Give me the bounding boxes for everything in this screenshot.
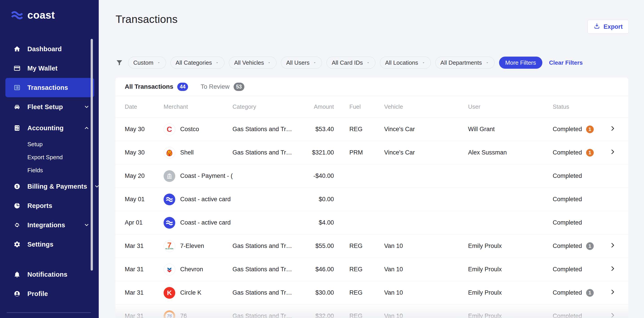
status-text: Completed [553, 126, 582, 133]
sidebar-footer-nav: NotificationsProfile [0, 265, 99, 303]
tab-count-badge: 44 [177, 83, 188, 91]
cell-actions [606, 125, 628, 133]
sidebar-item-my-wallet[interactable]: My Wallet [0, 59, 99, 78]
status-text: Completed [553, 312, 582, 318]
table-body: May 30CCostcoGas Stations and Tr…$53.40R… [116, 118, 628, 318]
cell-user: Alex Sussman [468, 149, 553, 156]
filter-pill-all-vehicles[interactable]: All Vehicles [229, 57, 276, 69]
cell-merchant: Coast - active card [164, 194, 232, 205]
filter-pill-all-locations[interactable]: All Locations [380, 57, 430, 69]
filter-pill-custom[interactable]: Custom [128, 57, 166, 69]
transactions-card: All Transactions44To Review53 DateMercha… [116, 78, 628, 318]
cell-vehicle: Van 10 [384, 289, 468, 296]
cell-amount: $4.00 [298, 219, 334, 226]
filter-pill-all-users[interactable]: All Users [281, 57, 322, 69]
filter-pill-label: All Locations [385, 59, 418, 66]
cell-merchant: Coast - active card [164, 217, 232, 229]
table-row[interactable]: Mar 317ELEVEN7-ElevenGas Stations and Tr… [116, 234, 628, 258]
cell-status: Completed [553, 312, 606, 318]
caret-down-icon [422, 61, 426, 65]
cell-fuel: REG [334, 266, 384, 273]
sidebar-subitem-setup[interactable]: Setup [0, 138, 99, 151]
sidebar-item-integrations[interactable]: Integrations [0, 215, 99, 235]
cell-user: Emily Proulx [468, 242, 553, 249]
wallet-icon [14, 65, 21, 72]
table-row[interactable]: May 01Coast - active card$0.00Completed [116, 188, 628, 211]
cell-vehicle: Vince's Car [384, 126, 468, 133]
cell-amount: $53.40 [298, 126, 334, 133]
sidebar-item-settings[interactable]: Settings [0, 235, 99, 254]
chevron-right-icon[interactable] [609, 148, 616, 157]
chevron-right-icon[interactable] [609, 242, 616, 250]
cell-actions [606, 265, 628, 273]
filter-pill-all-card-ids[interactable]: All Card IDs [326, 57, 376, 69]
chevron-right-icon[interactable] [609, 312, 616, 318]
more-filters-button[interactable]: More Filters [499, 57, 542, 69]
table-row[interactable]: Mar 31ChevronGas Stations and Tr…$46.00R… [116, 258, 628, 281]
tab-all-transactions[interactable]: All Transactions44 [125, 83, 188, 91]
sidebar-scrollbar[interactable] [91, 39, 93, 271]
calculator-icon [14, 124, 21, 132]
caret-down-icon [312, 61, 317, 65]
sidebar-subitem-export-spend[interactable]: Export Spend [0, 151, 99, 164]
sidebar-item-fleet-setup[interactable]: Fleet Setup [0, 97, 99, 117]
column-header-user: User [468, 103, 553, 110]
sidebar-item-profile[interactable]: Profile [0, 284, 99, 303]
cell-actions [606, 242, 628, 250]
sidebar-item-dashboard[interactable]: Dashboard [0, 39, 99, 59]
table-row[interactable]: May 30CCostcoGas Stations and Tr…$53.40R… [116, 118, 628, 141]
table-row[interactable]: Mar 31KCircle KGas Stations and Tr…$30.0… [116, 281, 628, 304]
table-row[interactable]: May 20Coast - Payment - (-$40.00Complete… [116, 164, 628, 188]
filter-pill-all-departments[interactable]: All Departments [435, 57, 494, 69]
table-row[interactable]: May 30ShellGas Stations and Tr…$321.00PR… [116, 141, 628, 164]
cell-amount: $0.00 [298, 196, 334, 203]
cell-status: Completed [553, 172, 606, 179]
sidebar: coast DashboardMy WalletTransactionsFlee… [0, 0, 99, 318]
sidebar-subitem-label: Setup [28, 141, 43, 148]
cell-fuel: REG [334, 242, 384, 249]
sidebar-item-label: Accounting [28, 124, 64, 132]
sidebar-item-accounting[interactable]: Accounting [0, 118, 99, 138]
sidebar-subitem-fields[interactable]: Fields [0, 164, 99, 177]
cell-status: Completed1 [553, 126, 606, 133]
tab-to-review[interactable]: To Review53 [200, 83, 244, 91]
table-row[interactable]: Apr 01Coast - active card$4.00Completed [116, 211, 628, 234]
chevron-right-icon[interactable] [609, 125, 616, 133]
cell-actions [606, 288, 628, 297]
caret-down-icon [485, 61, 490, 65]
filter-pill-label: All Departments [440, 59, 482, 66]
filter-pill-label: All Users [286, 59, 310, 66]
cell-merchant: 7676 [164, 310, 232, 318]
chevron-right-icon[interactable] [609, 265, 616, 273]
merchant-name: 76 [180, 312, 187, 318]
sidebar-item-billing-payments[interactable]: $Billing & Payments [0, 177, 99, 196]
sidebar-item-notifications[interactable]: Notifications [0, 265, 99, 284]
filter-pill-all-categories[interactable]: All Categories [170, 57, 224, 69]
caret-down-icon [156, 61, 161, 65]
status-text: Completed [553, 196, 582, 203]
cell-amount: $55.00 [298, 242, 334, 249]
status-text: Completed [553, 172, 582, 179]
merchant-name: Circle K [180, 289, 202, 296]
cell-merchant: KCircle K [164, 287, 232, 299]
status-text: Completed [553, 149, 582, 156]
column-header-date: Date [125, 103, 164, 110]
sidebar-item-transactions[interactable]: Transactions [6, 78, 94, 97]
cell-actions [606, 148, 628, 157]
cell-amount: -$40.00 [298, 172, 334, 179]
chevron-down-icon [84, 222, 90, 228]
chevron-right-icon[interactable] [609, 288, 616, 297]
clear-filters-link[interactable]: Clear Filters [549, 59, 583, 66]
sidebar-item-label: Fleet Setup [28, 103, 63, 111]
cell-status: Completed1 [553, 242, 606, 250]
cell-date: Apr 01 [125, 219, 164, 226]
receipt-count-badge: 1 [586, 149, 594, 157]
cell-date: Mar 31 [125, 242, 164, 249]
column-header-vehicle: Vehicle [384, 103, 468, 110]
receipt-count-badge: 1 [586, 242, 594, 250]
table-row[interactable]: Mar 317676Gas Stations and Tr…$32.00REGV… [116, 304, 628, 318]
export-button[interactable]: Export [588, 20, 629, 34]
sidebar-item-reports[interactable]: Reports [0, 196, 99, 215]
home-icon [14, 45, 21, 53]
download-icon [594, 23, 600, 31]
